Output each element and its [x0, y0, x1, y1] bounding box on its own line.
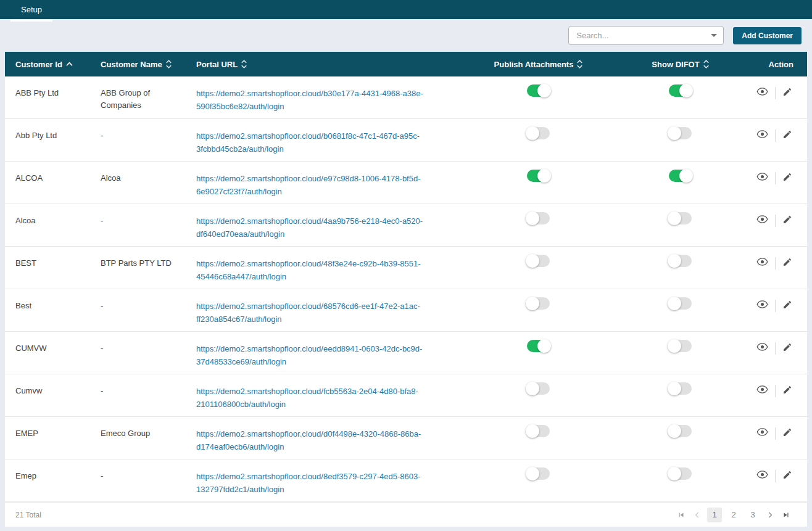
edit-button[interactable]	[781, 256, 793, 270]
portal-url-cell: https://demo2.smartshopfloor.cloud/fcb55…	[185, 374, 444, 416]
action-divider	[775, 130, 776, 142]
table-row: Abb Pty Ltd - https://demo2.smartshopflo…	[5, 119, 807, 162]
portal-url-link[interactable]: https://demo2.smartshopfloor.cloud/eedd8…	[196, 342, 426, 368]
column-header-customer-name[interactable]: Customer Name	[89, 52, 185, 76]
eye-icon	[756, 342, 768, 353]
portal-url-link[interactable]: https://demo2.smartshopfloor.cloud/68576…	[196, 300, 426, 326]
publish-attachments-toggle[interactable]	[527, 84, 550, 97]
action-divider	[775, 215, 776, 227]
edit-button[interactable]	[781, 213, 793, 228]
portal-url-cell: https://demo2.smartshopfloor.cloud/48f3e…	[185, 247, 444, 289]
edit-button[interactable]	[781, 341, 793, 355]
customer-id-cell: CUMVW	[5, 332, 89, 374]
pencil-icon	[782, 300, 792, 311]
view-button[interactable]	[755, 213, 769, 227]
portal-url-cell: https://demo2.smartshopfloor.cloud/b0681…	[185, 119, 444, 161]
show-difot-toggle[interactable]	[669, 297, 692, 310]
column-header-portal-url[interactable]: Portal URL	[185, 52, 444, 76]
table-row: ABB Pty Ltd ABB Group of Companies https…	[5, 76, 807, 119]
view-button[interactable]	[755, 86, 769, 99]
portal-url-link[interactable]: https://demo2.smartshopfloor.cloud/48f3e…	[196, 257, 426, 283]
publish-attachments-toggle[interactable]	[527, 170, 550, 182]
pencil-icon	[782, 342, 792, 354]
portal-url-link[interactable]: https://demo2.smartshopfloor.cloud/fcb55…	[196, 385, 426, 411]
customer-id-cell: Cumvw	[5, 374, 89, 416]
sort-both-icon	[703, 60, 709, 68]
table-footer: 21 Total 1 2 3	[5, 502, 807, 527]
show-difot-toggle[interactable]	[669, 382, 692, 395]
action-divider	[775, 427, 776, 440]
publish-attachments-toggle[interactable]	[527, 212, 550, 224]
edit-button[interactable]	[781, 298, 793, 313]
customer-name-cell: -	[89, 204, 185, 246]
view-button[interactable]	[755, 384, 769, 397]
edit-button[interactable]	[781, 384, 793, 398]
publish-attachments-toggle[interactable]	[527, 467, 550, 480]
view-button[interactable]	[755, 469, 769, 482]
portal-url-link[interactable]: https://demo2.smartshopfloor.cloud/d0f44…	[196, 427, 426, 453]
eye-icon	[756, 172, 768, 183]
eye-icon	[756, 130, 768, 141]
publish-attachments-toggle[interactable]	[527, 127, 550, 139]
table-row: EMEP Emeco Group https://demo2.smartshop…	[5, 417, 807, 459]
page-button-3[interactable]: 3	[745, 508, 760, 522]
show-difot-toggle[interactable]	[669, 84, 692, 97]
view-button[interactable]	[755, 426, 769, 440]
add-customer-button[interactable]: Add Customer	[733, 27, 802, 44]
edit-button[interactable]	[781, 171, 793, 185]
column-header-publish-attachments[interactable]: Publish Attachments	[444, 52, 632, 76]
publish-attachments-toggle[interactable]	[527, 297, 550, 310]
column-header-show-difot[interactable]: Show DIFOT	[632, 52, 728, 76]
table-body: ABB Pty Ltd ABB Group of Companies https…	[5, 76, 807, 502]
show-difot-toggle[interactable]	[669, 127, 692, 139]
view-button[interactable]	[755, 256, 769, 270]
customer-id-cell: Best	[5, 289, 89, 331]
search-box[interactable]	[568, 26, 724, 45]
show-difot-toggle[interactable]	[669, 170, 692, 182]
publish-attachments-toggle[interactable]	[527, 255, 550, 267]
eye-icon	[756, 300, 768, 311]
tab-setup[interactable]: Setup	[12, 0, 51, 19]
portal-url-link[interactable]: https://demo2.smartshopfloor.cloud/8edf3…	[196, 470, 426, 496]
action-divider	[775, 257, 776, 270]
show-difot-toggle[interactable]	[669, 425, 692, 437]
view-button[interactable]	[755, 298, 769, 312]
portal-url-link[interactable]: https://demo2.smartshopfloor.cloud/4aa9b…	[196, 215, 426, 241]
next-page-button[interactable]	[764, 509, 776, 521]
edit-button[interactable]	[781, 426, 793, 440]
page-button-1[interactable]: 1	[707, 508, 722, 522]
customer-name-cell: Emeco Group	[89, 417, 185, 459]
edit-button[interactable]	[781, 128, 793, 142]
action-divider	[775, 300, 776, 312]
edit-button[interactable]	[781, 86, 793, 100]
show-difot-toggle[interactable]	[669, 255, 692, 267]
view-button[interactable]	[755, 171, 769, 184]
show-difot-toggle[interactable]	[669, 467, 692, 480]
chevron-right-icon	[766, 511, 774, 519]
last-page-button[interactable]	[780, 509, 792, 521]
portal-url-link[interactable]: https://demo2.smartshopfloor.cloud/b0681…	[196, 130, 426, 155]
portal-url-cell: https://demo2.smartshopfloor.cloud/e97c9…	[185, 162, 444, 204]
view-button[interactable]	[755, 128, 769, 142]
show-difot-toggle[interactable]	[669, 340, 692, 352]
edit-button[interactable]	[781, 469, 793, 483]
portal-url-link[interactable]: https://demo2.smartshopfloor.cloud/e97c9…	[196, 172, 426, 198]
show-difot-toggle[interactable]	[669, 212, 692, 224]
column-header-customer-id[interactable]: Customer Id	[5, 52, 89, 76]
caret-down-icon[interactable]	[711, 34, 717, 37]
table-row: Cumvw - https://demo2.smartshopfloor.clo…	[5, 374, 807, 417]
search-input[interactable]	[576, 31, 711, 40]
action-divider	[775, 87, 776, 99]
view-button[interactable]	[755, 341, 769, 355]
page-button-2[interactable]: 2	[726, 508, 741, 522]
previous-page-button[interactable]	[692, 509, 703, 521]
publish-attachments-toggle[interactable]	[527, 425, 550, 437]
action-divider	[775, 342, 776, 355]
total-count-label: 21 Total	[15, 511, 41, 519]
first-page-button[interactable]	[675, 509, 687, 521]
publish-attachments-toggle[interactable]	[527, 340, 550, 352]
action-divider	[775, 172, 776, 184]
portal-url-link[interactable]: https://demo2.smartshopfloor.cloud/b30e1…	[196, 87, 426, 113]
publish-attachments-toggle[interactable]	[527, 382, 550, 395]
pagination: 1 2 3	[675, 508, 792, 522]
